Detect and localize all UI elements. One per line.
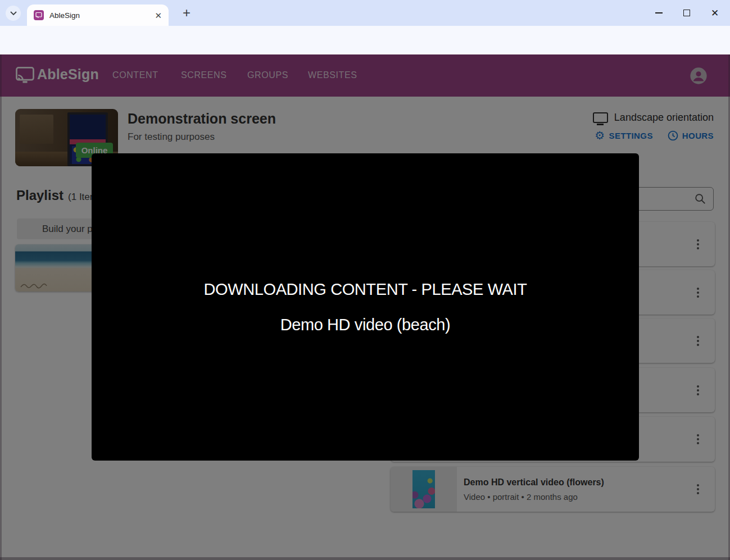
browser-window: AbleSign ✕ + ✕ ← → ⟳ app.ablesign.tv/scr… (0, 0, 730, 560)
minimize-icon (655, 12, 663, 13)
browser-tab[interactable]: AbleSign ✕ (27, 4, 169, 26)
browser-toolbar: ← → ⟳ app.ablesign.tv/screens/491497 ☆ S (0, 26, 730, 54)
tab-search-button[interactable] (6, 6, 21, 21)
window-minimize-button[interactable] (651, 6, 666, 20)
ablesign-favicon-icon (34, 10, 44, 20)
tab-close-icon[interactable]: ✕ (153, 10, 163, 21)
window-edge (0, 54, 2, 560)
chevron-down-icon (10, 11, 17, 16)
window-close-button[interactable]: ✕ (708, 6, 722, 20)
window-maximize-button[interactable] (679, 6, 694, 20)
modal-filename-text: Demo HD video (beach) (280, 316, 451, 334)
tab-strip: AbleSign ✕ + ✕ (0, 0, 730, 26)
tab-title: AbleSign (49, 11, 153, 20)
modal-status-text: DOWNLOADING CONTENT - PLEASE WAIT (204, 280, 527, 299)
download-progress-modal: DOWNLOADING CONTENT - PLEASE WAIT Demo H… (92, 153, 639, 461)
new-tab-button[interactable]: + (179, 6, 194, 21)
page-viewport: AbleSign CONTENT SCREENS GROUPS WEBSITES… (0, 54, 730, 560)
maximize-icon (683, 10, 690, 16)
